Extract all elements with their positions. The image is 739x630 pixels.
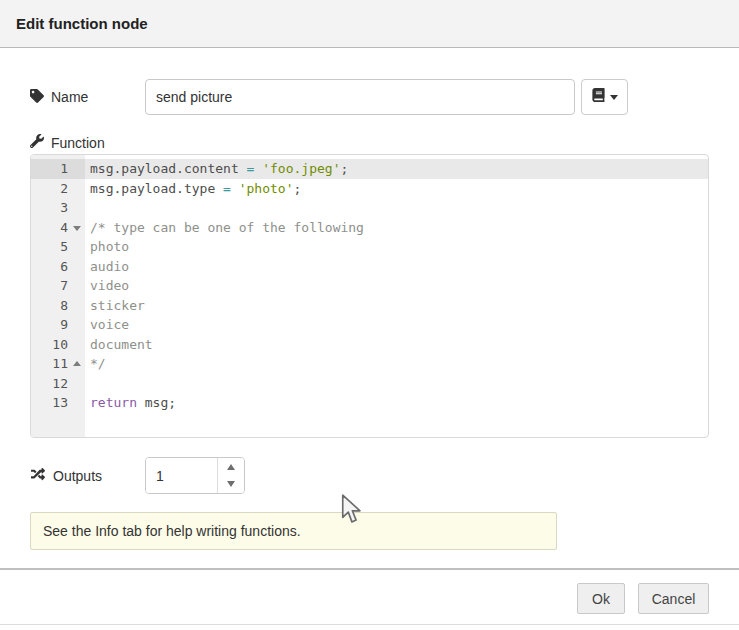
code-line-5[interactable]: 5photo <box>31 237 708 257</box>
tag-icon <box>30 89 44 106</box>
dialog-body: Name Function 1msg.payload.content = ' <box>0 79 739 550</box>
code-line-11[interactable]: 11*/ <box>31 354 708 374</box>
line-number: 1 <box>31 159 85 179</box>
dialog-title: Edit function node <box>16 15 148 32</box>
name-label-text: Name <box>51 89 88 105</box>
fold-close-icon[interactable] <box>73 361 81 366</box>
dialog-header: Edit function node <box>0 0 739 48</box>
edit-function-node-dialog: Edit function node Name <box>0 0 739 630</box>
code-text <box>85 198 708 218</box>
shuffle-icon <box>30 467 46 484</box>
line-number: 4 <box>31 218 85 238</box>
code-line-2[interactable]: 2msg.payload.type = 'photo'; <box>31 179 708 199</box>
form-tip-text: See the Info tab for help writing functi… <box>43 523 301 539</box>
code-line-3[interactable]: 3 <box>31 198 708 218</box>
code-text: msg.payload.content = 'foo.jpeg'; <box>85 159 708 179</box>
outputs-row: Outputs <box>30 457 709 494</box>
line-number: 13 <box>31 393 85 413</box>
function-code-editor[interactable]: 1msg.payload.content = 'foo.jpeg';2msg.p… <box>30 154 709 438</box>
name-label: Name <box>30 89 145 106</box>
caret-down-icon <box>610 95 618 100</box>
function-label: Function <box>30 134 145 151</box>
footer-buttons: Ok Cancel <box>577 583 709 614</box>
code-line-7[interactable]: 7video <box>31 276 708 296</box>
line-number: 6 <box>31 257 85 277</box>
dialog-bottom-edge <box>0 624 739 625</box>
library-button[interactable] <box>581 79 628 115</box>
outputs-spinner <box>145 457 245 494</box>
line-number: 2 <box>31 179 85 199</box>
line-number: 12 <box>31 374 85 394</box>
form-tip: See the Info tab for help writing functi… <box>30 512 557 550</box>
name-row: Name <box>30 79 709 115</box>
book-icon <box>592 88 605 106</box>
function-row-label: Function <box>30 134 709 151</box>
footer-divider <box>0 568 739 570</box>
spinner-buttons <box>217 458 244 493</box>
code-text <box>85 374 708 394</box>
code-text: photo <box>85 237 708 257</box>
arrow-up-icon <box>227 464 235 470</box>
function-label-text: Function <box>51 135 105 151</box>
spinner-up-button[interactable] <box>218 458 244 476</box>
code-line-12[interactable]: 12 <box>31 374 708 394</box>
code-line-8[interactable]: 8sticker <box>31 296 708 316</box>
spinner-down-button[interactable] <box>218 476 244 494</box>
fold-open-icon[interactable] <box>73 226 81 231</box>
outputs-input[interactable] <box>146 458 217 493</box>
code-text: /* type can be one of the following <box>85 218 708 238</box>
line-number: 11 <box>31 354 85 374</box>
code-line-4[interactable]: 4/* type can be one of the following <box>31 218 708 238</box>
outputs-label-text: Outputs <box>53 468 102 484</box>
line-number: 9 <box>31 315 85 335</box>
ok-button[interactable]: Ok <box>577 583 625 614</box>
line-number: 7 <box>31 276 85 296</box>
line-number: 10 <box>31 335 85 355</box>
code-text: msg.payload.type = 'photo'; <box>85 179 708 199</box>
wrench-icon <box>30 134 44 151</box>
line-number: 8 <box>31 296 85 316</box>
code-text: return msg; <box>85 393 708 413</box>
code-text: document <box>85 335 708 355</box>
line-number: 5 <box>31 237 85 257</box>
code-line-6[interactable]: 6audio <box>31 257 708 277</box>
outputs-label: Outputs <box>30 467 145 484</box>
name-input[interactable] <box>145 79 575 115</box>
code-line-10[interactable]: 10document <box>31 335 708 355</box>
code-line-13[interactable]: 13return msg; <box>31 393 708 413</box>
cancel-button[interactable]: Cancel <box>638 583 709 614</box>
code-text: voice <box>85 315 708 335</box>
code-line-9[interactable]: 9voice <box>31 315 708 335</box>
arrow-down-icon <box>227 481 235 487</box>
line-number: 3 <box>31 198 85 218</box>
code-text: */ <box>85 354 708 374</box>
code-text: audio <box>85 257 708 277</box>
code-text: video <box>85 276 708 296</box>
code-text: sticker <box>85 296 708 316</box>
code-line-1[interactable]: 1msg.payload.content = 'foo.jpeg'; <box>31 159 708 179</box>
code-lines: 1msg.payload.content = 'foo.jpeg';2msg.p… <box>31 155 708 413</box>
